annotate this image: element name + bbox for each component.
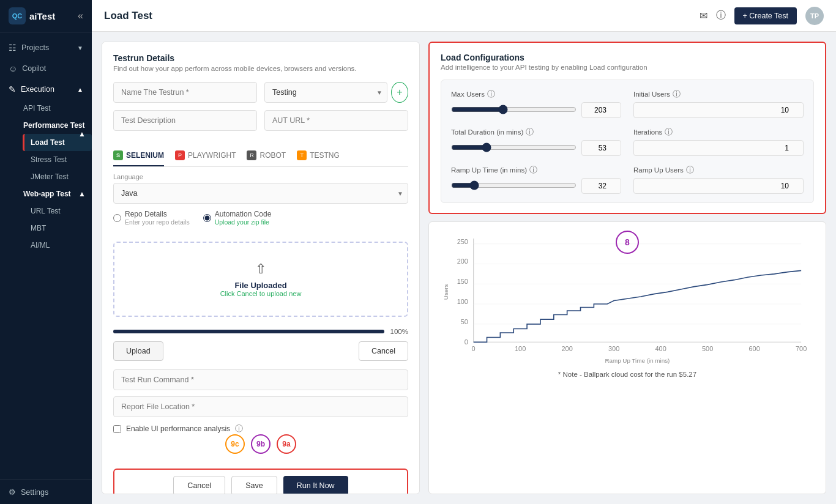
total-duration-label: Total Duration (in mins) ⓘ <box>451 127 621 138</box>
language-select[interactable]: Java Python JavaScript <box>113 183 408 204</box>
left-panel: Testrun Details Find out how your app pe… <box>102 42 420 494</box>
ramp-up-time-label: Ramp Up Time (in mins) ⓘ <box>451 165 621 176</box>
upload-subtitle[interactable]: Click Cancel to upload new <box>133 290 389 297</box>
content-area: Testrun Details Find out how your app pe… <box>92 32 836 504</box>
radio-repo-sublabel: Enter your repo details <box>125 218 190 226</box>
svg-text:100: 100 <box>457 298 468 305</box>
cancel-upload-button[interactable]: Cancel <box>359 341 408 361</box>
notification-icon[interactable]: ✉ <box>700 10 707 21</box>
name-field-wrap <box>113 82 257 103</box>
sidebar-item-projects[interactable]: ☷ Projects ▼ <box>0 37 92 58</box>
create-test-button[interactable]: + Create Test <box>734 7 797 24</box>
test-run-command-input[interactable] <box>113 369 408 390</box>
max-users-slider[interactable] <box>451 105 577 114</box>
section-title: Testrun Details <box>113 53 408 63</box>
save-button[interactable]: Save <box>231 476 277 494</box>
sidebar-item-url-test[interactable]: URL Test <box>24 202 92 220</box>
enable-ui-checkbox[interactable] <box>113 425 121 433</box>
svg-text:250: 250 <box>457 238 468 245</box>
svg-text:Ramp Up Time (in mins): Ramp Up Time (in mins) <box>605 357 670 364</box>
enable-ui-info-icon[interactable]: ⓘ <box>235 423 243 434</box>
tab-testng-label: TESTNG <box>310 151 340 160</box>
ramp-up-time-slider[interactable] <box>451 180 577 190</box>
step-9a-badge: 9a <box>277 434 296 454</box>
project-dropdown-wrap: Testing Project A Project B ▼ <box>264 82 387 103</box>
avatar[interactable]: TP <box>805 7 824 25</box>
report-file-location-input[interactable] <box>113 396 408 417</box>
collapse-sidebar-button[interactable]: « <box>78 10 83 21</box>
load-config-subtitle: Add intelligence to your API testing by … <box>441 64 814 71</box>
ramp-up-users-info-icon[interactable]: ⓘ <box>686 165 694 176</box>
total-duration-slider[interactable] <box>451 143 577 152</box>
tab-playwright[interactable]: P PLAYWRIGHT <box>175 147 236 166</box>
config-grid: Max Users ⓘ <box>451 89 804 194</box>
enable-ui-label: Enable UI performance analysis <box>126 424 230 433</box>
form-row-desc-url <box>113 110 408 131</box>
ramp-up-time-slider-row <box>451 178 621 194</box>
description-field-wrap <box>113 110 257 131</box>
max-users-label: Max Users ⓘ <box>451 89 621 100</box>
sidebar-item-jmeter-test[interactable]: JMeter Test <box>24 168 92 185</box>
info-icon[interactable]: ⓘ <box>716 9 726 22</box>
logo-text: aiTest <box>29 11 55 21</box>
source-type-radio-group: Repo Details Enter your repo details Aut… <box>113 210 408 226</box>
project-select-wrap: Project Testing Project A Project B ▼ + <box>264 82 408 103</box>
total-duration-input[interactable] <box>581 140 621 156</box>
max-users-input[interactable] <box>581 102 621 118</box>
upload-progress-row: 100% <box>113 328 408 335</box>
aut-url-field-wrap <box>264 110 408 131</box>
add-project-button[interactable]: + <box>391 82 408 103</box>
sidebar-item-execution[interactable]: ✎ Execution ▲ <box>0 79 92 100</box>
ramp-up-time-field: Ramp Up Time (in mins) ⓘ <box>451 165 621 194</box>
tab-selenium-label: SELENIUM <box>126 151 164 160</box>
ramp-up-time-info-icon[interactable]: ⓘ <box>529 165 537 176</box>
cloud-cost-note: * Note - Ballpark cloud cost for the run… <box>440 371 815 378</box>
tab-selenium[interactable]: S SELENIUM <box>113 147 164 166</box>
project-select[interactable]: Testing Project A Project B <box>264 82 387 103</box>
total-duration-info-icon[interactable]: ⓘ <box>526 127 534 138</box>
max-users-info-icon[interactable]: ⓘ <box>487 89 495 100</box>
ramp-up-users-input[interactable] <box>633 178 804 194</box>
sidebar-item-aiml[interactable]: AI/ML <box>24 237 92 254</box>
progress-bar-track <box>113 330 384 333</box>
radio-repo-details[interactable]: Repo Details Enter your repo details <box>113 210 190 226</box>
load-config-title: Load Configurations <box>441 53 814 62</box>
settings-label: Settings <box>21 488 48 497</box>
step-9c-wrapper: 9c <box>225 445 245 465</box>
page-title: Load Test <box>104 10 700 22</box>
execution-submenu: API Test Performance Test ▲ Load Test St… <box>0 100 92 254</box>
sidebar-item-mbt[interactable]: MBT <box>24 220 92 237</box>
test-description-input[interactable] <box>113 110 257 131</box>
sidebar-item-performance-test[interactable]: Performance Test ▲ <box>17 117 92 134</box>
ramp-up-time-input[interactable] <box>581 178 621 194</box>
run-it-now-button[interactable]: Run It Now <box>283 476 348 494</box>
sidebar-item-api-test[interactable]: API Test <box>17 100 92 117</box>
upload-button[interactable]: Upload <box>113 341 163 361</box>
sidebar-item-copilot[interactable]: ☺ Copilot <box>0 58 92 79</box>
radio-automation-input[interactable] <box>203 214 211 222</box>
upload-dropzone[interactable]: ⇧ File Uploaded Click Cancel to upload n… <box>113 242 408 317</box>
sidebar-item-stress-test[interactable]: Stress Test <box>24 151 92 168</box>
sidebar-item-label: Execution <box>21 85 54 94</box>
tab-robot[interactable]: R ROBOT <box>247 147 286 166</box>
language-select-wrap: Java Python JavaScript ▼ <box>113 183 408 204</box>
step-8-wrapper: 8 <box>616 231 639 254</box>
sidebar-item-webapp-test[interactable]: Web-app Test ▲ <box>17 185 92 202</box>
sidebar-item-label: Projects <box>21 43 49 52</box>
cancel-button[interactable]: Cancel <box>173 476 225 494</box>
main-area: Load Test ✉ ⓘ + Create Test TP Testrun D… <box>92 0 836 504</box>
initial-users-input[interactable] <box>633 102 804 118</box>
tab-testng[interactable]: T TESTNG <box>297 147 340 166</box>
max-users-slider-wrap <box>451 105 577 116</box>
iterations-row <box>633 140 804 156</box>
aut-url-input[interactable] <box>264 110 408 131</box>
radio-repo-input[interactable] <box>113 214 121 222</box>
iterations-field: Iterations ⓘ <box>633 127 804 156</box>
iterations-info-icon[interactable]: ⓘ <box>665 127 673 138</box>
initial-users-info-icon[interactable]: ⓘ <box>673 89 681 100</box>
step-9b-badge: 9b <box>251 434 271 454</box>
sidebar-settings[interactable]: ⚙ Settings <box>0 480 92 504</box>
iterations-input[interactable] <box>633 140 804 156</box>
radio-automation-code[interactable]: Automation Code Upload your zip file <box>203 210 272 226</box>
testrun-name-input[interactable] <box>113 82 257 103</box>
